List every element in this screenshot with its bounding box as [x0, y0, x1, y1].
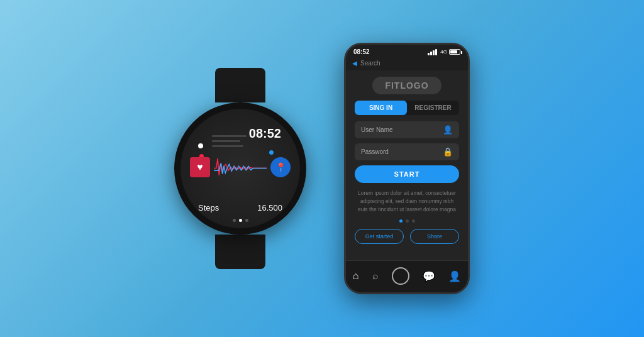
dot-3 — [412, 219, 415, 223]
username-field[interactable]: User Name 👤 — [355, 121, 459, 138]
dot-1 — [399, 219, 402, 223]
watch-steps: Steps 16.500 — [180, 203, 300, 213]
search-bar[interactable]: ◀ Search — [346, 58, 468, 70]
status-icons: 4G — [428, 49, 460, 55]
smartwatch: 08:52 — [174, 68, 306, 269]
watch-graph-area — [190, 146, 291, 187]
smartphone: 08:52 4G ◀ Search — [344, 43, 470, 294]
watch-lines — [212, 135, 247, 147]
username-placeholder: User Name — [361, 126, 443, 133]
bottom-nav: ⌂ ⌕ 💬 👤 — [346, 260, 468, 292]
nav-circle-button[interactable] — [392, 267, 409, 285]
get-started-button[interactable]: Get started — [355, 229, 404, 244]
start-button[interactable]: START — [355, 165, 459, 183]
status-bar: 08:52 4G — [346, 45, 468, 58]
phone-time: 08:52 — [353, 48, 370, 55]
back-arrow[interactable]: ◀ — [352, 60, 357, 67]
nav-chat[interactable]: 💬 — [423, 270, 435, 282]
watch-band-bottom — [215, 235, 265, 269]
watch-face: 08:52 — [174, 102, 306, 235]
nav-home[interactable]: ⌂ — [353, 270, 359, 282]
steps-label: Steps — [198, 203, 219, 213]
location-icon[interactable] — [270, 157, 291, 177]
app-logo: FITLOGO — [372, 77, 441, 94]
tab-signin[interactable]: SING IN — [355, 101, 407, 115]
watch-band-top — [215, 68, 265, 102]
main-container: 08:52 — [0, 0, 644, 337]
watch-line-2 — [212, 140, 240, 142]
indicator-1 — [233, 219, 236, 222]
watch-line-1 — [212, 135, 247, 137]
nav-search[interactable]: ⌕ — [372, 270, 379, 282]
user-icon: 👤 — [443, 125, 453, 135]
nav-profile[interactable]: 👤 — [448, 270, 461, 282]
password-field[interactable]: Password 🔒 — [355, 143, 459, 160]
signal-bars — [428, 49, 437, 55]
heart-rate-graph — [214, 150, 267, 184]
phone-content: FITLOGO SING IN REGISTRER User Name 👤 Pa… — [346, 70, 468, 260]
indicator-3 — [245, 219, 248, 222]
password-placeholder: Password — [361, 148, 443, 155]
auth-tabs: SING IN REGISTRER — [355, 101, 459, 115]
lorem-text: Lorem ipsum dolor sit amet, consectetuer… — [355, 189, 459, 213]
share-button[interactable]: Share — [410, 229, 459, 244]
indicator-2 — [239, 219, 242, 222]
dot-2 — [406, 219, 409, 223]
carousel-dots — [399, 219, 415, 223]
network-type: 4G — [440, 49, 447, 55]
battery-fill — [450, 50, 457, 53]
watch-indicators — [233, 219, 248, 222]
watch-time: 08:52 — [249, 126, 281, 141]
action-buttons: Get started Share — [355, 229, 459, 244]
search-label: Search — [360, 60, 380, 67]
phone-body: 08:52 4G ◀ Search — [344, 43, 470, 294]
steps-value: 16.500 — [257, 203, 282, 213]
battery-icon — [449, 49, 460, 55]
heart-icon — [190, 157, 210, 177]
lock-icon: 🔒 — [443, 147, 453, 157]
tab-register[interactable]: REGISTRER — [407, 101, 459, 115]
